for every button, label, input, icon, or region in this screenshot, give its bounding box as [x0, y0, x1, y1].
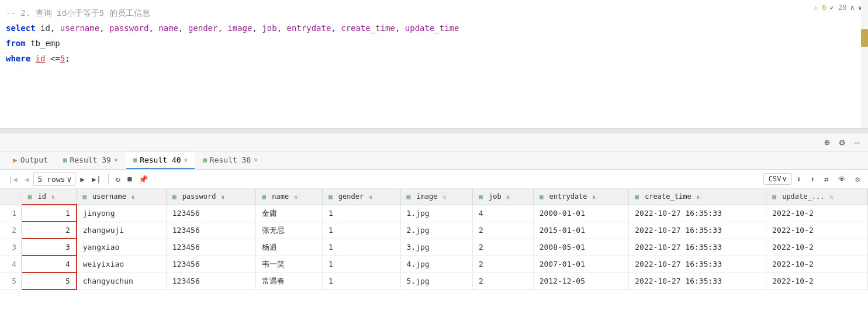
col-entrydate: entrydate: [287, 21, 331, 36]
table-row[interactable]: 22zhangwuji123456张无忌12.jpg22015-01-01202…: [0, 222, 868, 239]
tab-result40-close[interactable]: ✕: [184, 156, 188, 164]
tab-result40[interactable]: ▦ Result 40 ✕: [126, 152, 195, 169]
th-name-label: name: [272, 192, 289, 201]
tab-result39-close[interactable]: ✕: [114, 156, 118, 164]
cell-job: 4: [473, 205, 534, 222]
sort-id[interactable]: ⇅: [51, 194, 55, 200]
cell-image: 4.jpg: [400, 256, 473, 273]
cell-id: 4: [22, 256, 77, 273]
sort-image[interactable]: ⇅: [443, 194, 447, 200]
cell-create_time: 2022-10-27 16:35:33: [629, 222, 766, 239]
comment-text: -- 2. 查询 id小于等于5 的员工信息: [6, 6, 150, 20]
sort-create-time[interactable]: ⇅: [697, 194, 700, 200]
tab-result39-label: Result 39: [70, 156, 110, 164]
tab-result39[interactable]: ▦ Result 39 ✕: [56, 152, 125, 169]
panel-divider[interactable]: [0, 129, 868, 133]
cell-rownum: 2: [0, 222, 22, 239]
cell-image: 5.jpg: [400, 273, 473, 289]
nav-prev-btn[interactable]: ◀: [22, 174, 32, 185]
arrow-up-btn[interactable]: ∧: [850, 4, 855, 12]
cell-entrydate: 2007-01-01: [533, 256, 629, 273]
col-icon-gender: ▦: [328, 193, 333, 201]
comma6: ,: [395, 21, 405, 36]
cell-job: 2: [473, 239, 534, 256]
minimize-icon[interactable]: —: [852, 136, 862, 149]
nav-stop-btn[interactable]: ■: [125, 174, 134, 184]
col-id: id,: [36, 21, 56, 36]
sort-gender[interactable]: ⇅: [369, 194, 372, 200]
sort-username[interactable]: ⇅: [132, 194, 135, 200]
tab-result38-close[interactable]: ✕: [254, 156, 258, 164]
th-job[interactable]: ▦ job ⇅: [473, 189, 534, 205]
sort-update-time[interactable]: ⇅: [830, 194, 834, 200]
sort-job[interactable]: ⇅: [507, 194, 510, 200]
th-id[interactable]: ▦ id ⇅: [22, 189, 77, 205]
cell-id: 1: [22, 205, 77, 222]
keyword-select: select: [6, 21, 36, 36]
col-password: ,: [99, 21, 104, 36]
cell-gender: 1: [322, 239, 400, 256]
nav-first-btn[interactable]: |◀: [6, 174, 20, 185]
settings-icon[interactable]: ⚙: [837, 136, 848, 149]
table-row[interactable]: 11jinyong123456金庸11.jpg42000-01-012022-1…: [0, 205, 868, 222]
comma5: ,: [331, 21, 341, 36]
th-entrydate[interactable]: ▦ entrydate ⇅: [533, 189, 629, 205]
th-update-time[interactable]: ▦ update_... ⇅: [766, 189, 868, 205]
table-row[interactable]: 55changyuchun123456常遇春15.jpg22012-12-052…: [0, 273, 868, 289]
scrollbar-thumb[interactable]: [861, 29, 868, 47]
th-gender-label: gender: [338, 192, 364, 201]
nav-row: |◀ ◀ 5 rows ∨ ▶ ▶| ↻ ■ 📌 CSV ∨ ⬇ ⬆ ⇄ 👁 ⚙: [0, 170, 868, 189]
tab-output[interactable]: ▶ Output: [6, 152, 55, 169]
editor-scrollbar[interactable]: [861, 0, 868, 128]
col-icon-job: ▦: [479, 193, 483, 201]
arrows-btn[interactable]: ⇄: [822, 174, 831, 185]
csv-label: CSV: [769, 175, 781, 183]
cell-name: 常遇春: [256, 273, 323, 289]
nav-refresh-btn[interactable]: ↻: [113, 173, 123, 185]
table-row[interactable]: 33yangxiao123456杨逍13.jpg22008-05-012022-…: [0, 239, 868, 256]
nav-pin-btn[interactable]: 📌: [136, 174, 150, 185]
th-create-time-label: create_time: [645, 192, 691, 201]
cell-job: 2: [473, 256, 534, 273]
col-icon-image: ▦: [407, 193, 411, 201]
th-password[interactable]: ▦ password ⇅: [166, 189, 256, 205]
cell-entrydate: 2012-12-05: [533, 273, 629, 289]
cell-id: 2: [22, 222, 77, 239]
cell-password: 123456: [166, 205, 256, 222]
nav-last-btn[interactable]: ▶|: [89, 174, 103, 185]
rows-chevron: ∨: [67, 175, 71, 184]
nav-next-btn[interactable]: ▶: [78, 174, 87, 185]
cell-update_time: 2022-10-2: [766, 205, 868, 222]
table-row[interactable]: 44weiyixiao123456韦一笑14.jpg22007-01-01202…: [0, 256, 868, 273]
cell-update_time: 2022-10-2: [766, 273, 868, 289]
cell-password: 123456: [166, 273, 256, 289]
settings2-btn[interactable]: ⚙: [853, 174, 862, 185]
globe-icon[interactable]: ⊕: [822, 136, 832, 149]
sort-password[interactable]: ⇅: [222, 194, 225, 200]
download-btn[interactable]: ⬇: [794, 174, 804, 185]
keyword-where: where: [6, 51, 30, 66]
cell-gender: 1: [322, 205, 400, 222]
cell-update_time: 2022-10-2: [766, 222, 868, 239]
where-id-col: id: [36, 51, 46, 66]
cell-gender: 1: [322, 256, 400, 273]
editor-toolbar: ⚠ 6 ✔ 20 ∧ ∨: [814, 4, 862, 12]
cell-rownum: 5: [0, 273, 22, 289]
th-image[interactable]: ▦ image ⇅: [400, 189, 473, 205]
sort-entrydate[interactable]: ⇅: [593, 194, 596, 200]
table-header-row: ▦ id ⇅ ▦ username ⇅ ▦ password ⇅ ▦ name: [0, 189, 868, 205]
th-create-time[interactable]: ▦ create_time ⇅: [629, 189, 766, 205]
csv-dropdown[interactable]: CSV ∨: [763, 173, 792, 185]
col-job: job: [262, 21, 276, 36]
th-username[interactable]: ▦ username ⇅: [77, 189, 167, 205]
sort-name[interactable]: ⇅: [294, 194, 298, 200]
warning-badge: ⚠ 6: [814, 4, 826, 12]
cell-gender: 1: [322, 273, 400, 289]
eye-btn[interactable]: 👁: [836, 174, 848, 185]
tab-result38[interactable]: ▦ Result 38 ✕: [196, 152, 265, 169]
th-gender[interactable]: ▦ gender ⇅: [322, 189, 400, 205]
upload-btn[interactable]: ⬆: [808, 174, 818, 185]
th-name[interactable]: ▦ name ⇅: [256, 189, 323, 205]
tab-result38-label: Result 38: [210, 156, 251, 164]
rows-selector[interactable]: 5 rows ∨: [33, 172, 75, 186]
